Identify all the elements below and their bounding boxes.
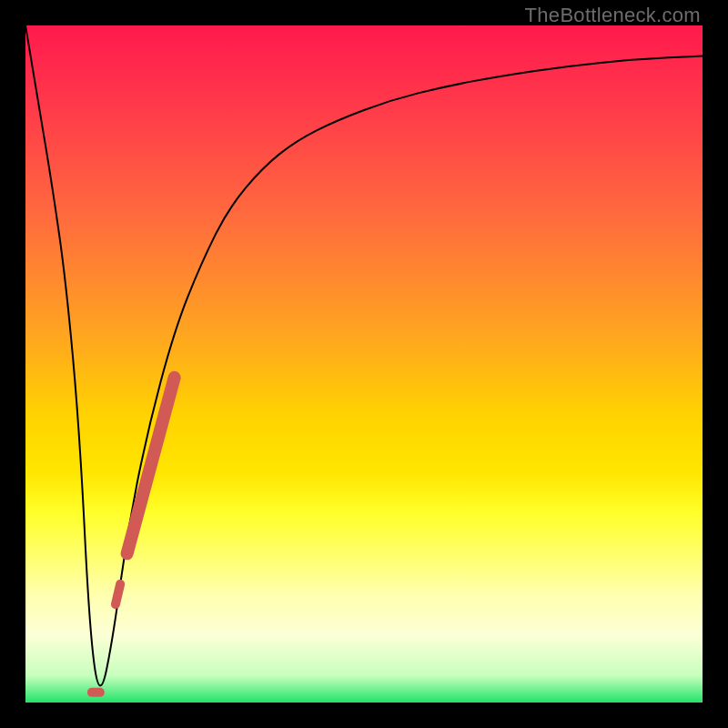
series-highlight-segment: [127, 378, 175, 553]
chart-plot-area: [25, 25, 703, 703]
series-highlight-dash-1: [116, 584, 120, 604]
watermark-text: TheBottleneck.com: [525, 4, 701, 27]
chart-svg: [25, 25, 703, 703]
series-bottleneck-curve: [25, 25, 703, 685]
chart-frame: TheBottleneck.com: [0, 0, 728, 728]
